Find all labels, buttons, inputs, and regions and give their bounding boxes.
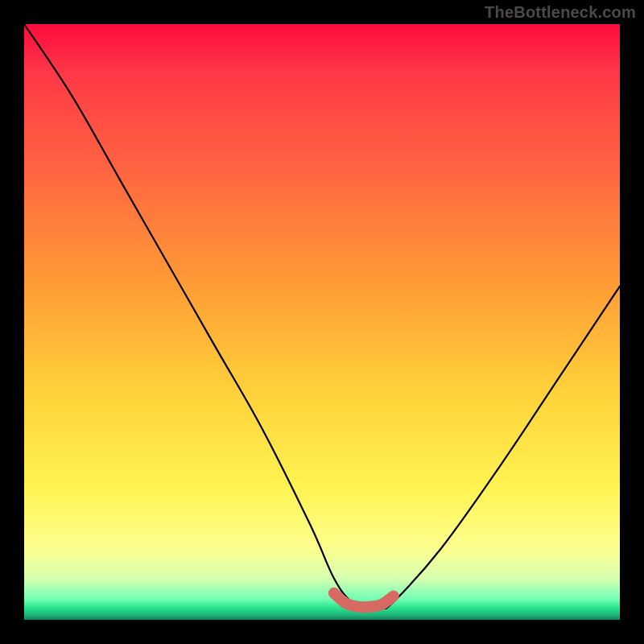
- bottleneck-curve: [24, 24, 620, 609]
- optimal-range-highlight: [334, 593, 394, 608]
- watermark-text: TheBottleneck.com: [485, 3, 636, 22]
- chart-frame: TheBottleneck.com: [0, 0, 644, 644]
- plot-area: [24, 24, 620, 620]
- curve-svg: [24, 24, 620, 620]
